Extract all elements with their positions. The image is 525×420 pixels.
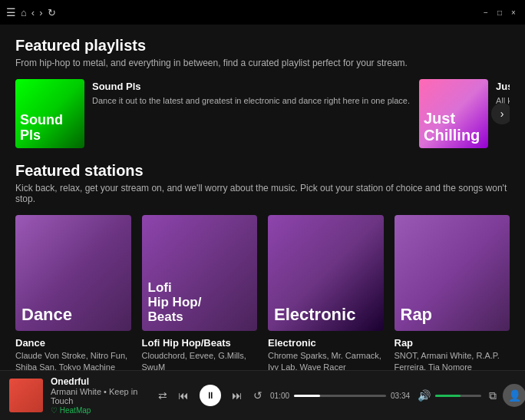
volume-bar[interactable] xyxy=(435,395,481,397)
featured-playlists-section: Featured playlists From hip-hop to metal… xyxy=(15,37,510,148)
station-thumb-dance: Dance xyxy=(15,215,131,331)
player-right-controls: ⧉ 👤 xyxy=(489,384,525,407)
station-name-dance: Dance xyxy=(15,337,131,349)
station-name-lofi: Lofi Hip Hop/Beats xyxy=(142,337,258,349)
stations-grid: Dance Dance Claude Von Stroke, Nitro Fun… xyxy=(15,215,510,373)
station-label-electronic: Electronic xyxy=(274,306,355,324)
station-card-dance[interactable]: Dance Dance Claude Von Stroke, Nitro Fun… xyxy=(15,215,131,373)
playlist-name-sound-pls: Sound Pls xyxy=(92,81,410,92)
playlist-info-sound-pls: Sound Pls Dance it out to the latest and… xyxy=(92,79,410,148)
time-current: 01:00 xyxy=(270,392,289,400)
featured-playlists-subtitle: From hip-hop to metal, and everything in… xyxy=(15,58,510,68)
nav-controls: ☰ ⌂ ‹ › ↻ xyxy=(6,6,56,18)
playlist-card-sound-pls[interactable]: SoundPls Sound Pls Dance it out to the l… xyxy=(15,79,410,148)
volume-section: 🔊 xyxy=(418,389,481,402)
station-thumb-lofi: LofiHip Hop/Beats xyxy=(142,215,258,331)
thumb-label-sound-pls: SoundPls xyxy=(20,113,63,144)
volume-icon[interactable]: 🔊 xyxy=(418,389,431,402)
close-button[interactable]: × xyxy=(508,7,519,18)
user-avatar[interactable]: 👤 xyxy=(503,384,525,407)
featured-stations-section: Featured stations Kick back, relax, get … xyxy=(15,162,510,373)
progress-section: 01:00 03:34 xyxy=(270,392,410,400)
station-name-electronic: Electronic xyxy=(268,337,384,349)
previous-button[interactable]: ⏮ xyxy=(178,389,189,402)
home-icon[interactable]: ⌂ xyxy=(21,7,27,18)
station-label-dance: Dance xyxy=(21,306,72,324)
player-track-tag[interactable]: ♡ HeatMap xyxy=(51,406,150,415)
next-button[interactable]: ⏭ xyxy=(232,389,243,402)
thumb-label-just-chilling: JustChilling xyxy=(424,110,480,144)
playlist-desc-sound-pls: Dance it out to the latest and greatest … xyxy=(92,95,410,107)
station-thumb-rap: Rap xyxy=(395,215,510,331)
pip-button[interactable]: ⧉ xyxy=(489,389,497,402)
title-bar: ☰ ⌂ ‹ › ↻ − □ × xyxy=(0,0,525,25)
playlist-thumb-just-chilling: JustChilling xyxy=(419,79,488,148)
volume-fill xyxy=(435,395,461,397)
back-icon[interactable]: ‹ xyxy=(31,7,35,18)
station-label-rap: Rap xyxy=(401,306,433,324)
player-track-artist: Armani White • Keep in Touch xyxy=(51,387,150,405)
playlist-carousel: SoundPls Sound Pls Dance it out to the l… xyxy=(15,79,510,148)
playlist-name-just-chilling: Just Chilling xyxy=(496,81,510,92)
player-controls: ⇄ ⏮ ⏸ ⏭ ↺ xyxy=(158,385,262,406)
main-scroll-area[interactable]: Featured playlists From hip-hop to metal… xyxy=(0,25,525,393)
hamburger-icon[interactable]: ☰ xyxy=(6,6,16,18)
carousel-next-button[interactable]: › xyxy=(491,103,510,124)
player-track-info: Onedrful Armani White • Keep in Touch ♡ … xyxy=(51,376,150,415)
featured-stations-subtitle: Kick back, relax, get your stream on, an… xyxy=(15,183,510,204)
station-card-electronic[interactable]: Electronic Electronic Chrome Sparks, Mr.… xyxy=(268,215,384,373)
featured-playlists-title: Featured playlists xyxy=(15,37,510,55)
playlist-thumb-sound-pls: SoundPls xyxy=(15,79,84,148)
progress-bar[interactable] xyxy=(294,395,386,397)
repeat-button[interactable]: ↺ xyxy=(253,389,262,402)
time-total: 03:34 xyxy=(391,392,410,400)
station-label-lofi: LofiHip Hop/Beats xyxy=(148,281,202,324)
player-bar: Onedrful Armani White • Keep in Touch ♡ … xyxy=(0,370,525,420)
shuffle-button[interactable]: ⇄ xyxy=(158,389,167,402)
minimize-button[interactable]: − xyxy=(480,7,491,18)
maximize-button[interactable]: □ xyxy=(494,7,505,18)
progress-fill xyxy=(294,395,320,397)
playlist-carousel-track: SoundPls Sound Pls Dance it out to the l… xyxy=(15,79,510,148)
featured-stations-title: Featured stations xyxy=(15,162,510,180)
station-name-rap: Rap xyxy=(395,337,510,349)
player-track-thumbnail xyxy=(9,379,43,412)
play-pause-button[interactable]: ⏸ xyxy=(200,385,221,406)
refresh-icon[interactable]: ↻ xyxy=(48,7,56,18)
forward-icon[interactable]: › xyxy=(39,7,42,18)
window-controls: − □ × xyxy=(480,7,519,18)
player-track-name: Onedrful xyxy=(51,376,150,387)
station-card-lofi[interactable]: LofiHip Hop/Beats Lofi Hip Hop/Beats Clo… xyxy=(142,215,258,373)
station-card-rap[interactable]: Rap Rap SNOT, Armani White, R.A.P. Ferre… xyxy=(395,215,510,373)
station-thumb-electronic: Electronic xyxy=(268,215,384,331)
